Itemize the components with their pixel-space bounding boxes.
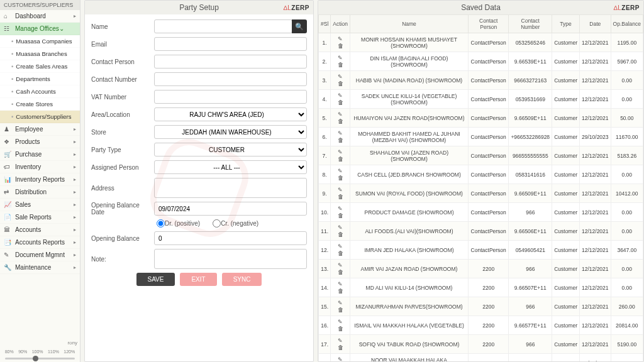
- edit-icon[interactable]: ✎: [338, 149, 343, 155]
- store-select[interactable]: JEDDAH (MAIN WAREHOUSE): [154, 125, 307, 139]
- edit-icon[interactable]: ✎: [338, 130, 343, 136]
- cell-name: MOHAMMED BAKHIT HAMED AL JUHANI (MEZBAH …: [350, 128, 468, 146]
- breadcrumb: CUSTOMERS/SUPPLIERS: [0, 0, 80, 10]
- delete-icon[interactable]: 🗑: [338, 250, 343, 256]
- zoom-slider[interactable]: [0, 355, 80, 362]
- column-header[interactable]: #Sl: [319, 15, 331, 33]
- column-header[interactable]: Op.Balance: [611, 15, 643, 33]
- cr-radio[interactable]: Cr. (negative): [213, 219, 258, 228]
- edit-icon[interactable]: ✎: [338, 243, 343, 250]
- nav-item[interactable]: ✎Document Mgmnt: [0, 249, 80, 261]
- delete-icon[interactable]: 🗑: [338, 156, 343, 162]
- edit-icon[interactable]: ✎: [338, 36, 343, 42]
- area-select[interactable]: RAJU CHW'S AREA (JED): [154, 107, 307, 121]
- note-input[interactable]: [154, 249, 307, 269]
- zoom-level[interactable]: 100%: [32, 349, 43, 354]
- nav-item[interactable]: ☷Manage Offices: [0, 23, 80, 35]
- column-header[interactable]: Date: [580, 15, 611, 33]
- zoom-level[interactable]: 120%: [64, 349, 75, 354]
- nav-item[interactable]: ⌂Dashboard: [0, 10, 80, 23]
- delete-icon[interactable]: 🗑: [338, 137, 343, 143]
- edit-icon[interactable]: ✎: [338, 187, 343, 193]
- nav-item[interactable]: 📈Sales: [0, 199, 80, 211]
- nav-sub-item[interactable]: Cash Accounts: [0, 85, 80, 98]
- delete-icon[interactable]: 🗑: [338, 99, 343, 106]
- zoom-levels: 80%90%100%110%120%: [0, 348, 80, 355]
- vat-input[interactable]: [154, 90, 307, 104]
- nav-item[interactable]: 📊Inventory Reports: [0, 173, 80, 186]
- zoom-level[interactable]: 90%: [18, 349, 27, 354]
- delete-icon[interactable]: 🗑: [338, 175, 343, 181]
- delete-icon[interactable]: 🗑: [338, 212, 343, 219]
- nav-label: Products: [15, 138, 40, 145]
- assigned-select[interactable]: --- ALL ---: [154, 160, 307, 174]
- zoom-level[interactable]: 110%: [48, 349, 59, 354]
- nav-item[interactable]: ♟Employee: [0, 123, 80, 136]
- ob-date-input[interactable]: [154, 202, 307, 216]
- cell-balance: 20814.00: [611, 316, 643, 335]
- cell-action: ✎🗑: [331, 52, 350, 71]
- delete-icon[interactable]: 🗑: [338, 118, 343, 124]
- ob-input[interactable]: [154, 231, 307, 245]
- label-party-type: Party Type: [91, 146, 154, 153]
- nav-sub-item[interactable]: Create Sales Areas: [0, 60, 80, 73]
- address-input[interactable]: [154, 178, 307, 198]
- edit-icon[interactable]: ✎: [338, 168, 343, 174]
- column-header[interactable]: Action: [331, 15, 350, 33]
- delete-icon[interactable]: 🗑: [338, 344, 343, 351]
- edit-icon[interactable]: ✎: [338, 300, 343, 306]
- email-input[interactable]: [154, 37, 307, 51]
- edit-icon[interactable]: ✎: [338, 74, 343, 80]
- save-button[interactable]: SAVE: [136, 273, 175, 286]
- nav-sub-item[interactable]: Muasasa Companies: [0, 35, 80, 48]
- nav-sub-item[interactable]: Create Stores: [0, 98, 80, 111]
- edit-icon[interactable]: ✎: [338, 319, 343, 325]
- edit-icon[interactable]: ✎: [338, 111, 343, 118]
- nav-item[interactable]: 📄Sale Reports: [0, 211, 80, 224]
- delete-icon[interactable]: 🗑: [338, 307, 343, 313]
- nav-sub-item[interactable]: Muasasa Branches: [0, 48, 80, 60]
- delete-icon[interactable]: 🗑: [338, 326, 343, 332]
- edit-icon[interactable]: ✎: [338, 281, 343, 287]
- nav-item[interactable]: 🔧Maintenance: [0, 261, 80, 274]
- column-header[interactable]: Type: [552, 15, 580, 33]
- nav-item[interactable]: 🛒Purchase: [0, 148, 80, 161]
- dr-radio[interactable]: Dr. (positive): [157, 219, 200, 228]
- sync-button[interactable]: SYNC: [222, 273, 262, 286]
- edit-icon[interactable]: ✎: [338, 337, 343, 344]
- delete-icon[interactable]: 🗑: [338, 80, 343, 87]
- delete-icon[interactable]: 🗑: [338, 269, 343, 275]
- search-button[interactable]: 🔍: [292, 19, 307, 33]
- nav-item[interactable]: 📑Accounts Reports: [0, 236, 80, 249]
- edit-icon[interactable]: ✎: [338, 262, 343, 268]
- edit-icon[interactable]: ✎: [338, 356, 343, 361]
- column-header[interactable]: Contact Number: [509, 15, 552, 33]
- delete-icon[interactable]: 🗑: [338, 288, 343, 294]
- delete-icon[interactable]: 🗑: [338, 62, 343, 68]
- contact-number-input[interactable]: [154, 72, 307, 86]
- exit-button[interactable]: EXIT: [180, 273, 216, 286]
- table-row: 7. ✎🗑 SHAHALOM VAI (JAZEN ROAD) (SHOWROO…: [319, 146, 643, 165]
- name-input[interactable]: [154, 19, 292, 33]
- delete-icon[interactable]: 🗑: [338, 43, 343, 49]
- party-type-select[interactable]: CUSTOMER: [154, 143, 307, 156]
- nav-sub-item[interactable]: Customers/Suppliers: [0, 111, 80, 123]
- cell-contact-person: 2200: [469, 316, 509, 335]
- delete-icon[interactable]: 🗑: [338, 194, 343, 200]
- nav-item[interactable]: 🏛Accounts: [0, 224, 80, 236]
- column-header[interactable]: Contact Person: [469, 15, 509, 33]
- nav-icon: ❖: [4, 138, 13, 145]
- delete-icon[interactable]: 🗑: [338, 231, 343, 238]
- edit-icon[interactable]: ✎: [338, 55, 343, 61]
- nav-item[interactable]: ⇄Distribution: [0, 186, 80, 199]
- edit-icon[interactable]: ✎: [338, 224, 343, 231]
- nav-item[interactable]: ❖Products: [0, 136, 80, 148]
- edit-icon[interactable]: ✎: [338, 92, 343, 99]
- nav-sub-item[interactable]: Departments: [0, 73, 80, 85]
- contact-person-input[interactable]: [154, 55, 307, 69]
- nav-item[interactable]: 🏷Inventory: [0, 161, 80, 173]
- zoom-level[interactable]: 80%: [5, 349, 14, 354]
- cell-contact-number: 96663272163: [509, 71, 552, 90]
- edit-icon[interactable]: ✎: [338, 206, 343, 212]
- column-header[interactable]: Name: [350, 15, 468, 33]
